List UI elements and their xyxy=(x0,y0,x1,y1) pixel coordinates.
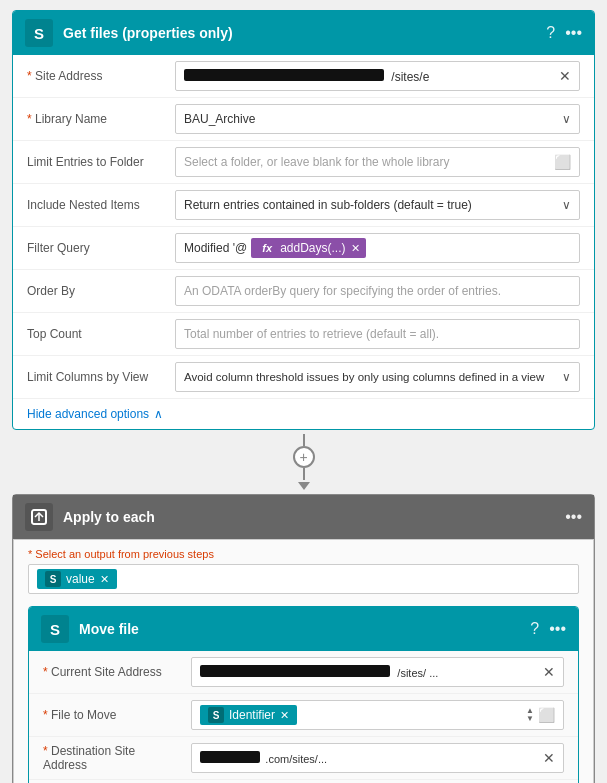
limit-folder-placeholder: Select a folder, or leave blank for the … xyxy=(184,155,449,169)
limit-columns-label: Limit Columns by View xyxy=(27,370,175,384)
site-address-row: Site Address /sites/e ✕ xyxy=(13,55,594,98)
select-output-label: Select an output from previous steps xyxy=(28,548,579,560)
order-by-label: Order By xyxy=(27,284,175,298)
destination-site-address-redacted: .com/sites/... xyxy=(200,751,327,766)
limit-folder-row: Limit Entries to Folder Select a folder,… xyxy=(13,141,594,184)
library-name-label: Library Name xyxy=(27,112,175,126)
value-tag-icon: S xyxy=(45,571,61,587)
fx-icon: fx xyxy=(257,240,277,256)
value-tag-label: value xyxy=(66,572,95,586)
move-file-card: S Move file ? ••• Current Site Address xyxy=(28,606,579,783)
limit-columns-row: Limit Columns by View Avoid column thres… xyxy=(13,356,594,399)
more-options-icon[interactable]: ••• xyxy=(565,24,582,42)
limit-columns-input[interactable]: Avoid column threshold issues by only us… xyxy=(175,362,580,392)
move-file-more-icon[interactable]: ••• xyxy=(549,620,566,638)
current-site-address-label: Current Site Address xyxy=(43,665,191,679)
get-files-icon: S xyxy=(25,19,53,47)
flow-container: S Get files (properties only) ? ••• Site… xyxy=(0,0,607,783)
destination-site-address-clear[interactable]: ✕ xyxy=(543,750,555,766)
file-to-move-row: File to Move S Identifier ✕ ▲ ▼ xyxy=(29,694,578,737)
include-nested-dropdown-icon[interactable]: ∨ xyxy=(562,198,571,212)
filter-query-input[interactable]: Modified '@ fx addDays(...) ✕ xyxy=(175,233,580,263)
filter-query-label: Filter Query xyxy=(27,241,175,255)
down-arrow-icon[interactable]: ▼ xyxy=(526,715,534,723)
move-file-actions: ? ••• xyxy=(530,620,566,638)
current-site-address-input[interactable]: /sites/ ... ✕ xyxy=(191,657,564,687)
help-icon[interactable]: ? xyxy=(546,24,555,42)
apply-more-options-icon[interactable]: ••• xyxy=(565,508,582,526)
library-name-value: BAU_Archive xyxy=(184,112,255,126)
limit-columns-dropdown-icon[interactable]: ∨ xyxy=(562,370,571,384)
apply-to-each-title: Apply to each xyxy=(63,509,565,525)
library-name-row: Library Name BAU_Archive ∨ xyxy=(13,98,594,141)
move-file-body: Current Site Address /sites/ ... ✕ File … xyxy=(29,651,578,783)
get-files-header: S Get files (properties only) ? ••• xyxy=(13,11,594,55)
move-file-title: Move file xyxy=(79,621,530,637)
apply-to-each-body: Select an output from previous steps S v… xyxy=(13,539,594,783)
current-site-address-row: Current Site Address /sites/ ... ✕ xyxy=(29,651,578,694)
top-count-placeholder: Total number of entries to retrieve (def… xyxy=(184,327,439,341)
updown-btn[interactable]: ▲ ▼ xyxy=(526,707,534,723)
include-nested-input[interactable]: Return entries contained in sub-folders … xyxy=(175,190,580,220)
destination-site-address-row: Destination Site Address .com/sites/... … xyxy=(29,737,578,780)
connector-line-top xyxy=(303,434,305,446)
site-address-label: Site Address xyxy=(27,69,175,83)
repeat-icon xyxy=(30,508,48,526)
hide-advanced-label: Hide advanced options xyxy=(27,407,149,421)
order-by-input[interactable]: An ODATA orderBy query for specifying th… xyxy=(175,276,580,306)
top-count-label: Top Count xyxy=(27,327,175,341)
get-files-card: S Get files (properties only) ? ••• Site… xyxy=(12,10,595,430)
connector-plus-btn[interactable]: + xyxy=(293,446,315,468)
identifier-tag-label: Identifier xyxy=(229,708,275,722)
destination-site-address-input[interactable]: .com/sites/... ✕ xyxy=(191,743,564,773)
move-file-header: S Move file ? ••• xyxy=(29,607,578,651)
current-site-address-clear[interactable]: ✕ xyxy=(543,664,555,680)
apply-to-each-card: Apply to each ••• Select an output from … xyxy=(12,494,595,783)
current-site-address-redacted: /sites/ ... xyxy=(200,665,438,680)
include-nested-label: Include Nested Items xyxy=(27,198,175,212)
connector-arrow-icon xyxy=(298,482,310,490)
filter-query-fx-tag[interactable]: fx addDays(...) ✕ xyxy=(251,238,365,258)
identifier-tag[interactable]: S Identifier ✕ xyxy=(200,705,297,725)
site-address-clear[interactable]: ✕ xyxy=(559,68,571,84)
get-files-title: Get files (properties only) xyxy=(63,25,546,41)
apply-to-each-header: Apply to each ••• xyxy=(13,495,594,539)
file-to-move-folder-icon[interactable]: ⬜ xyxy=(538,707,555,723)
move-file-icon: S xyxy=(41,615,69,643)
file-to-move-label: File to Move xyxy=(43,708,191,722)
include-nested-row: Include Nested Items Return entries cont… xyxy=(13,184,594,227)
move-file-help-icon[interactable]: ? xyxy=(530,620,539,638)
limit-folder-label: Limit Entries to Folder xyxy=(27,155,175,169)
order-by-row: Order By An ODATA orderBy query for spec… xyxy=(13,270,594,313)
destination-site-address-label: Destination Site Address xyxy=(43,744,191,772)
include-nested-value: Return entries contained in sub-folders … xyxy=(184,198,472,212)
value-tag-row[interactable]: S value ✕ xyxy=(28,564,579,594)
identifier-tag-close[interactable]: ✕ xyxy=(280,709,289,722)
library-name-dropdown-icon[interactable]: ∨ xyxy=(562,112,571,126)
connector: + xyxy=(12,430,595,494)
site-address-input[interactable]: /sites/e ✕ xyxy=(175,61,580,91)
get-files-body: Site Address /sites/e ✕ Library Name BAU… xyxy=(13,55,594,429)
site-address-redacted: /sites/e xyxy=(184,69,429,84)
apply-to-each-icon xyxy=(25,503,53,531)
file-to-move-controls: ▲ ▼ ⬜ xyxy=(522,707,555,723)
filter-query-prefix: Modified '@ xyxy=(184,241,247,255)
folder-icon[interactable]: ⬜ xyxy=(554,154,571,170)
hide-advanced-btn[interactable]: Hide advanced options ∧ xyxy=(13,399,594,429)
filter-query-tag-close[interactable]: ✕ xyxy=(351,242,360,255)
top-count-row: Top Count Total number of entries to ret… xyxy=(13,313,594,356)
get-files-actions: ? ••• xyxy=(546,24,582,42)
value-tag[interactable]: S value ✕ xyxy=(37,569,117,589)
limit-columns-value: Avoid column threshold issues by only us… xyxy=(184,371,544,383)
filter-query-tag-label: addDays(...) xyxy=(280,241,345,255)
file-to-move-input[interactable]: S Identifier ✕ ▲ ▼ ⬜ xyxy=(191,700,564,730)
apply-to-each-actions: ••• xyxy=(565,508,582,526)
limit-folder-input[interactable]: Select a folder, or leave blank for the … xyxy=(175,147,580,177)
value-tag-close[interactable]: ✕ xyxy=(100,573,109,586)
top-count-input[interactable]: Total number of entries to retrieve (def… xyxy=(175,319,580,349)
filter-query-row: Filter Query Modified '@ fx addDays(...)… xyxy=(13,227,594,270)
connector-line-bottom xyxy=(303,468,305,480)
identifier-tag-icon: S xyxy=(208,707,224,723)
library-name-input[interactable]: BAU_Archive ∨ xyxy=(175,104,580,134)
chevron-up-icon: ∧ xyxy=(154,407,163,421)
